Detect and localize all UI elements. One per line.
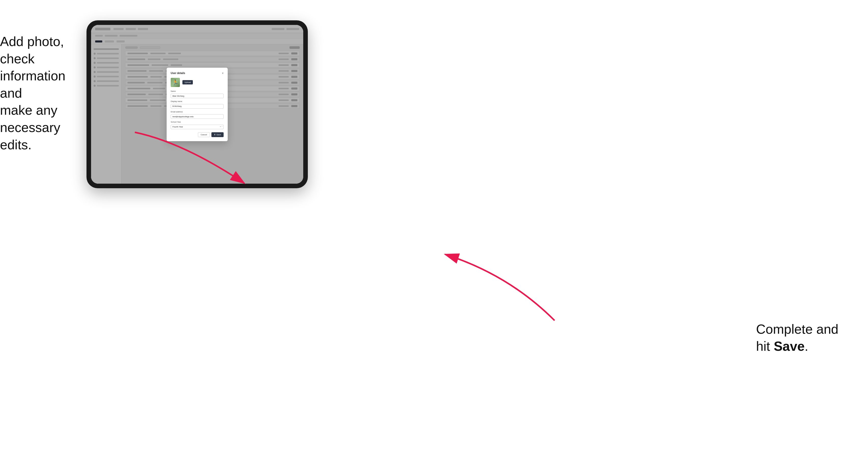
cancel-button[interactable]: Cancel xyxy=(198,132,210,137)
tablet-screen: User details × Upload Name Dis xyxy=(91,25,303,184)
email-form-group: Email address xyxy=(171,111,224,119)
user-details-modal: User details × Upload Name Dis xyxy=(167,68,228,141)
name-input[interactable] xyxy=(171,94,224,98)
user-photo-image xyxy=(171,78,180,87)
save-button-label: Save xyxy=(216,133,221,136)
email-label: Email address xyxy=(171,111,224,113)
photo-section: Upload xyxy=(171,78,224,87)
display-name-input[interactable] xyxy=(171,104,224,108)
select-clear-icon[interactable]: × xyxy=(220,126,221,127)
name-label: Name xyxy=(171,90,224,92)
display-name-form-group: Display name xyxy=(171,100,224,108)
tablet-frame: User details × Upload Name Dis xyxy=(87,20,308,188)
save-button[interactable]: ⬆ Save xyxy=(211,132,224,137)
name-form-group: Name xyxy=(171,90,224,98)
annotation-right: Complete and hit Save. xyxy=(756,321,853,355)
modal-title: User details xyxy=(171,72,185,74)
modal-overlay: User details × Upload Name Dis xyxy=(91,25,303,184)
school-year-form-group: School Year × ⌃ xyxy=(171,121,224,129)
save-icon: ⬆ xyxy=(214,133,216,136)
annotation-left: Add photo, check information and make an… xyxy=(0,33,82,153)
modal-header: User details × xyxy=(171,72,224,75)
modal-footer: Cancel ⬆ Save xyxy=(171,132,224,137)
user-photo-thumbnail xyxy=(171,78,180,87)
select-arrow-icon[interactable]: ⌃ xyxy=(221,126,223,127)
school-year-label: School Year xyxy=(171,121,224,123)
display-name-label: Display name xyxy=(171,100,224,102)
modal-close-button[interactable]: × xyxy=(222,72,224,75)
school-year-input[interactable] xyxy=(171,125,224,129)
email-input[interactable] xyxy=(171,114,224,119)
school-year-select-wrapper: × ⌃ xyxy=(171,124,224,129)
select-icons: × ⌃ xyxy=(220,126,223,127)
upload-photo-button[interactable]: Upload xyxy=(182,80,193,85)
